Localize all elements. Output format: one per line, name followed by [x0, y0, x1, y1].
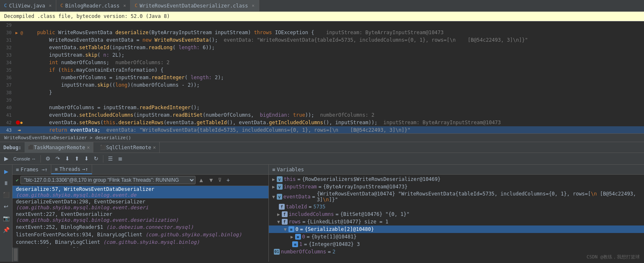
stop-btn[interactable]: ⬛	[1, 190, 11, 200]
rows-icon: f	[282, 219, 288, 225]
tab-cliview-label: CliView.java	[9, 3, 45, 9]
debug-tab-taskmanager-close[interactable]: ×	[87, 145, 90, 150]
code-line-29: 29	[0, 21, 644, 29]
pause-btn[interactable]: ⏸	[1, 178, 11, 188]
var-includedcolumns[interactable]: ▶ f includedColumns = {BitSet@10476} "{0…	[269, 210, 644, 218]
thread-dropdown[interactable]: "blc-127.0.0.1:3306"@8,170 in group "Fli…	[20, 176, 195, 184]
tab-writerows-label: WriteRowsEventDataDeserializer.class	[140, 3, 248, 9]
code-line-33: 33 inputStream.skip( n: 2L);	[0, 51, 644, 59]
camera-btn[interactable]: 📷	[1, 213, 11, 223]
frame-item-3[interactable]: nextEvent:252, BinlogReader$1 (io.debezi…	[13, 223, 268, 231]
code-line-43: 43 → return eventData; eventData: "Write…	[0, 126, 644, 134]
debug-tab-taskmanager-label: TaskManagerRemote	[34, 145, 85, 150]
tab-binlogreader-label: BinlogReader.class	[65, 3, 120, 9]
code-line-39: 39	[0, 96, 644, 104]
frame-item-1[interactable]: deserializeEventData:298, EventDeseriali…	[13, 198, 268, 211]
debug-tab-sqlclient-close[interactable]: ×	[153, 145, 156, 150]
tab-cliview-close[interactable]: ×	[49, 3, 52, 8]
rows0-icon: ≡	[288, 226, 294, 232]
frames-label: Frames →↑	[20, 167, 48, 173]
tab-bar: C CliView.java × C BinlogReader.class × …	[0, 0, 644, 12]
settings-btn[interactable]: ⚙	[44, 155, 52, 163]
var-rows[interactable]: ▼ f rows = {LinkedList@10477} size = 1	[269, 218, 644, 225]
frame-item-5[interactable]: connect:595, BinaryLogClient (com.github…	[13, 238, 268, 246]
thread-filter-btn[interactable]: ⊽	[217, 177, 223, 183]
binlogreader-icon: C	[60, 3, 63, 8]
code-line-35: 35 if (this.mayContainExtraInformation) …	[0, 66, 644, 74]
var-tableid[interactable]: f tableId = 5735	[269, 203, 644, 210]
rows01-icon: ≡	[292, 241, 298, 247]
running-icon: ✔	[16, 178, 19, 183]
run-btn[interactable]: ▶	[1, 166, 11, 176]
vars-icon: ≡	[272, 167, 275, 173]
resume-btn[interactable]: ▶	[3, 155, 10, 163]
tab-binlogreader[interactable]: C BinlogReader.class ×	[56, 0, 130, 11]
frame-item-4[interactable]: listenForEventPackets:934, BinaryLogClie…	[13, 231, 268, 238]
left-debug-pane: ≡ Frames →↑ ≡ Threads →↑ ✔ "blc-127.0.0.…	[13, 165, 269, 262]
thread-down-btn[interactable]: ▼	[207, 177, 215, 183]
var-this[interactable]: ▶ v this = {RowDeserializers$WriteRowsDe…	[269, 175, 644, 183]
frame-item-6[interactable]: run:839, BinaryLogClient$7 (com.github.s…	[13, 246, 268, 248]
debug-tab-sqlclient[interactable]: ⬛ SqlClientRemote ×	[97, 142, 160, 153]
cliview-icon: C	[4, 3, 7, 8]
pin-btn[interactable]: 📌	[1, 225, 11, 235]
more-btn[interactable]: ≣	[116, 155, 124, 163]
thread-up-btn[interactable]: ▲	[197, 177, 205, 183]
threads-icon: ≡	[55, 166, 58, 172]
add-watch-btn[interactable]: +	[225, 177, 231, 183]
evaluate-btn[interactable]: ↻	[92, 155, 100, 163]
bottom-panel: ▶ ⏸ ⬛ ↩ 📷 📌 ≡ Frames →↑ ≡ Threads →↑ ✔ "…	[0, 165, 644, 262]
threads-arrow: →↑	[82, 166, 88, 172]
run-cursor-btn[interactable]: ⬇	[83, 155, 90, 163]
breadcrumb: WriteRowsEventDataDeserializer > deseria…	[0, 134, 644, 142]
threads-label: Threads	[60, 166, 81, 172]
layout-btn[interactable]: ☰	[106, 155, 115, 163]
code-line-36: 36 numberOfColumns = inputStream.readInt…	[0, 74, 644, 81]
code-line-32: 32 eventData.setTableId(inputStream.read…	[0, 44, 644, 51]
frames-icon: ≡	[16, 167, 19, 173]
frame-item-0[interactable]: deserialize:57, WriteRowsEventDataDeseri…	[13, 186, 268, 198]
step-over-btn[interactable]: ↷	[54, 155, 62, 163]
decompiled-notice: Decompiled .class file, bytecode version…	[0, 12, 644, 21]
frame-item-2[interactable]: nextEvent:227, EventDeserializer (com.gi…	[13, 211, 268, 223]
debug-header: Debug: ⬛ TaskManagerRemote × ⬛ SqlClient…	[0, 142, 644, 153]
vars-label: Variables	[277, 167, 304, 173]
execution-arrow: ▶ @	[15, 30, 23, 35]
console-btn[interactable]: Console ↔	[12, 155, 38, 162]
step-into-btn[interactable]: ⬇	[63, 155, 71, 163]
debug-tab-sqlclient-label: SqlClientRemote	[106, 145, 151, 150]
sub-tab-threads[interactable]: ≡ Threads →↑	[51, 165, 92, 174]
tab-binlogreader-close[interactable]: ×	[123, 3, 126, 8]
tab-writerows[interactable]: C WriteRowsEventDataDeserializer.class ×	[130, 0, 259, 11]
includedcols-icon: f	[282, 211, 288, 217]
current-line-arrow: →	[18, 127, 20, 133]
editor-area: 29 30 ▶ @ public WriteRowsEventData dese…	[0, 21, 644, 134]
back-btn[interactable]: ↩	[1, 201, 11, 211]
var-inputstream[interactable]: ▶ v inputStream = {ByteArrayInputStream@…	[269, 183, 644, 190]
step-out-btn[interactable]: ⬆	[73, 155, 81, 163]
writerows-icon: C	[135, 3, 138, 8]
code-lines: 29 30 ▶ @ public WriteRowsEventData dese…	[0, 21, 644, 134]
inputstream-var-icon: v	[277, 184, 283, 190]
var-rows-0-1[interactable]: ≡ 1 = {Integer@10482} 3	[269, 240, 644, 248]
rows00-icon: ≡	[295, 234, 301, 240]
code-line-40: 40 numberOfColumns = inputStream.readPac…	[0, 104, 644, 111]
numcols-icon: 01	[274, 249, 280, 255]
vars-list: ▶ v this = {RowDeserializers$WriteRowsDe…	[269, 175, 644, 262]
debug-toolbar: ▶ Console ↔ ⚙ ↷ ⬇ ⬆ ⬇ ↻ ☰ ≣	[0, 153, 644, 165]
scroll-side	[13, 248, 18, 262]
sub-tab-frames[interactable]: ≡ Frames →↑	[13, 165, 51, 174]
var-eventdata[interactable]: ▼ v eventData = {WriteRowsEventData@1047…	[269, 190, 644, 203]
watermark: CSDN @教练，我想打篮球	[586, 254, 640, 260]
var-rows-0[interactable]: ▼ ≡ 0 = {Serializable[2]@10480}	[269, 225, 644, 233]
var-rows-0-0[interactable]: ▶ ≡ 0 = {byte[1]@10481}	[269, 233, 644, 240]
debug-tab-taskmanager[interactable]: ⬛ TaskManagerRemote ×	[25, 142, 93, 153]
code-line-30: 30 ▶ @ public WriteRowsEventData deseria…	[0, 29, 644, 36]
side-toolbar: ▶ ⏸ ⬛ ↩ 📷 📌	[0, 165, 13, 262]
frame-list: deserialize:57, WriteRowsEventDataDeseri…	[13, 186, 268, 248]
code-line-37: 37 inputStream.skip((long)(numberOfColum…	[0, 81, 644, 89]
tab-writerows-close[interactable]: ×	[252, 3, 255, 8]
watch-dot: ●	[20, 120, 23, 125]
vars-header: ≡ Variables	[269, 165, 644, 175]
tab-cliview[interactable]: C CliView.java ×	[0, 0, 56, 11]
